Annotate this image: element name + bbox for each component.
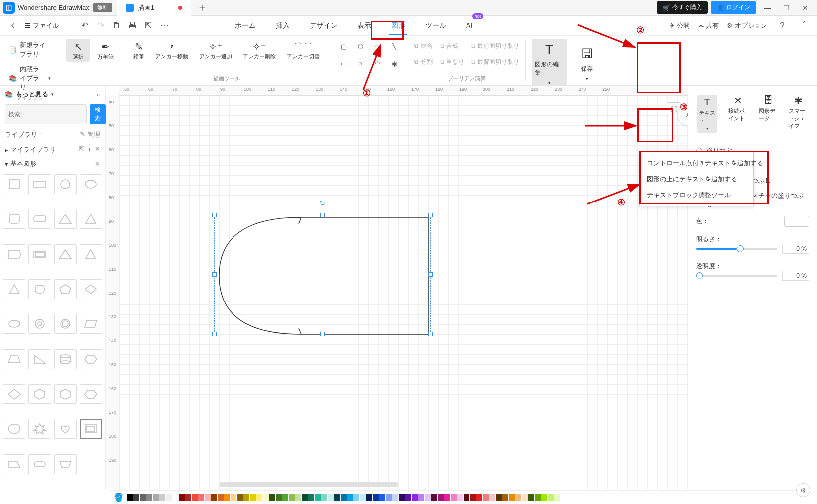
palette-cylinder[interactable] <box>54 349 77 369</box>
bool-back-cut[interactable]: ⧉最背面切り取り <box>471 55 519 69</box>
color-swatch[interactable] <box>509 494 515 501</box>
close-lib-icon[interactable]: ✕ <box>95 145 100 154</box>
color-swatch[interactable] <box>276 494 282 501</box>
color-swatch[interactable] <box>360 494 366 501</box>
color-swatch[interactable] <box>133 494 139 501</box>
undo-button[interactable]: ↶ <box>78 19 92 33</box>
color-swatch[interactable] <box>302 494 308 501</box>
palette-ellipse[interactable] <box>80 174 102 194</box>
close-basic-shapes-button[interactable]: ✕ <box>95 160 100 168</box>
color-swatch[interactable] <box>528 494 534 501</box>
bool-compose[interactable]: ⧉合成 <box>440 39 464 53</box>
color-swatch[interactable] <box>476 494 482 501</box>
shape-roundrect[interactable]: ▭ <box>336 56 351 71</box>
color-swatch[interactable] <box>386 494 392 501</box>
manage-icon[interactable]: ✎ <box>80 130 85 139</box>
collapse-ribbon-button[interactable]: ˄ <box>797 19 811 33</box>
palette-trap3[interactable] <box>54 454 77 474</box>
palette-circle[interactable] <box>54 174 77 194</box>
window-maximize-button[interactable]: ☐ <box>778 0 794 16</box>
popup-add-text-with-control[interactable]: コントロール点付きテキストを追加する <box>640 155 753 171</box>
color-swatch[interactable] <box>269 494 275 501</box>
buy-now-button[interactable]: 🛒今すぐ購入 <box>657 1 708 14</box>
palette-pentagon[interactable] <box>54 279 77 299</box>
palette-square[interactable] <box>3 174 25 194</box>
library-search-button[interactable]: 検索 <box>90 104 106 124</box>
more-button[interactable]: ⋯ <box>157 19 171 33</box>
shape-arc[interactable]: ◠ <box>370 56 385 71</box>
popup-add-text-on-shape[interactable]: 図形の上にテキストを追加する <box>640 171 753 187</box>
tab-design[interactable]: デザイン <box>308 17 340 34</box>
palette-roundsq[interactable] <box>3 209 25 229</box>
color-swatch[interactable] <box>438 494 444 501</box>
palette-shape[interactable] <box>3 244 25 264</box>
color-swatch[interactable] <box>205 494 211 501</box>
select-tool[interactable]: ↖選択 <box>66 39 90 62</box>
color-swatch[interactable] <box>470 494 476 501</box>
tab-shape[interactable]: 図形 <box>389 17 407 34</box>
anchor-move-tool[interactable]: ⭎アンカー移動 <box>151 39 192 62</box>
palette-hexagon[interactable] <box>80 349 102 369</box>
rp-tab-smart[interactable]: ✱スマートシェイプ <box>789 95 808 130</box>
opacity-slider[interactable] <box>696 275 777 277</box>
login-button[interactable]: 👤ログイン <box>711 1 756 14</box>
color-swatch[interactable] <box>405 494 411 501</box>
color-swatch[interactable] <box>366 494 372 501</box>
palette-shape[interactable] <box>54 244 77 264</box>
color-swatch[interactable] <box>399 494 405 501</box>
color-swatch[interactable] <box>256 494 262 501</box>
palette-triangle2[interactable] <box>80 209 102 229</box>
color-swatch[interactable] <box>334 494 340 501</box>
palette-rtriangle[interactable] <box>28 349 51 369</box>
color-swatch[interactable] <box>379 494 385 501</box>
palette-heart[interactable] <box>54 419 77 439</box>
palette-shape[interactable] <box>80 244 102 264</box>
palette-trapezoid[interactable] <box>3 349 25 369</box>
bool-combine[interactable]: ⧉結合 <box>414 39 433 53</box>
shape-circle[interactable]: ○ <box>353 56 368 71</box>
bool-front-cut[interactable]: ⧉最前面切り取り <box>471 39 519 53</box>
bool-split[interactable]: ⧉分割 <box>414 55 433 69</box>
palette-triangle[interactable] <box>54 209 77 229</box>
color-swatch[interactable] <box>153 494 159 501</box>
color-swatch[interactable] <box>418 494 424 501</box>
color-swatch[interactable] <box>172 494 178 501</box>
export-button[interactable]: ⇱ <box>141 19 155 33</box>
color-swatch[interactable] <box>353 494 359 501</box>
color-swatch[interactable] <box>412 494 418 501</box>
palette-rect[interactable] <box>28 174 51 194</box>
tab-insert[interactable]: 挿入 <box>274 17 292 34</box>
canvas[interactable]: ↻ ⛶ A <box>119 96 688 489</box>
document-tab[interactable]: 描画1 <box>117 0 191 16</box>
color-swatch[interactable] <box>308 494 314 501</box>
file-menu[interactable]: ☰ ファイル <box>22 21 62 30</box>
print-button[interactable]: 🖶 <box>125 19 139 33</box>
new-library-button[interactable]: 📑新規ライブラリ <box>6 39 54 61</box>
color-swatch[interactable] <box>548 494 554 501</box>
color-swatch[interactable] <box>211 494 217 501</box>
tab-tool[interactable]: ツール <box>423 17 448 34</box>
tab-ai[interactable]: AI hot <box>464 17 474 34</box>
horizontal-scrollbar[interactable] <box>219 482 398 487</box>
rp-tab-data[interactable]: 🗄図形データ <box>759 95 778 122</box>
color-swatch[interactable] <box>341 494 347 501</box>
brightness-value[interactable]: 0 % <box>782 244 809 254</box>
palette-hex2[interactable] <box>28 384 51 404</box>
rp-tab-text[interactable]: Tテキスト▾ <box>697 95 717 133</box>
pencil-tool[interactable]: ✎鉛筆 <box>129 39 148 62</box>
anchor-delete-tool[interactable]: ✧⁻アンカー削除 <box>239 39 280 62</box>
color-swatch[interactable] <box>192 494 198 501</box>
rp-tab-close[interactable]: ✕接続ポイント <box>728 95 748 122</box>
more-link[interactable]: もっと見る <box>16 90 48 99</box>
ribbon-save-button[interactable]: 🖫保存▾ <box>570 39 604 88</box>
color-swatch[interactable] <box>425 494 431 501</box>
palette-oval[interactable] <box>3 314 25 334</box>
color-swatch[interactable] <box>315 494 321 501</box>
color-swatch[interactable] <box>218 494 224 501</box>
window-close-button[interactable]: ✕ <box>797 0 813 16</box>
palette-donut[interactable] <box>28 314 51 334</box>
color-swatch[interactable] <box>224 494 230 501</box>
color-swatch[interactable] <box>496 494 502 501</box>
color-swatch[interactable] <box>159 494 165 501</box>
share-button[interactable]: ⫘共有 <box>698 21 719 30</box>
